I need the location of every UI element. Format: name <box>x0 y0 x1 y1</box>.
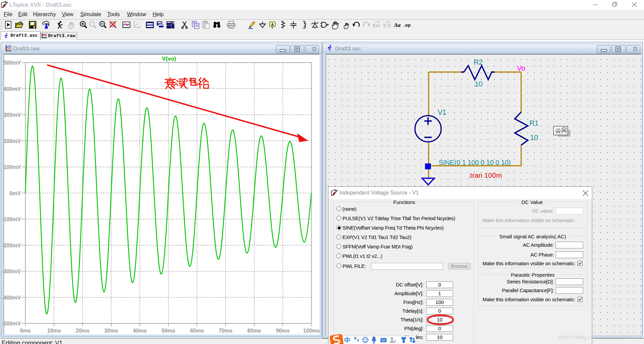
svg-text:-400mV: -400mV <box>2 295 21 301</box>
svg-text:Em: Em <box>373 23 380 28</box>
svg-text:90ms: 90ms <box>276 328 290 334</box>
svg-text:A: A <box>271 23 274 27</box>
svg-text:10ms: 10ms <box>47 328 61 334</box>
svg-text:.tran 100m: .tran 100m <box>468 171 502 179</box>
svg-text:-500mV: -500mV <box>2 321 21 326</box>
svg-text:400mV: 400mV <box>3 86 21 92</box>
svg-text:40ms: 40ms <box>133 328 147 334</box>
svg-text:Vo: Vo <box>517 64 525 72</box>
svg-text:500mV: 500mV <box>3 60 21 66</box>
svg-text:-300mV: -300mV <box>2 269 21 274</box>
svg-text:80ms: 80ms <box>247 328 261 334</box>
svg-text:70ms: 70ms <box>219 328 233 334</box>
svg-text:Aa: Aa <box>394 22 401 28</box>
svg-text:-100mV: -100mV <box>2 216 21 222</box>
svg-text:R2: R2 <box>474 58 483 66</box>
svg-text:V(vo): V(vo) <box>162 56 176 62</box>
svg-text:E: E <box>383 23 386 28</box>
svg-text:100ms: 100ms <box>303 328 320 334</box>
svg-text:0ms: 0ms <box>20 328 31 334</box>
svg-text:R1: R1 <box>529 119 538 127</box>
svg-text:300mV: 300mV <box>3 112 21 118</box>
svg-text:∋: ∋ <box>387 23 391 28</box>
svg-text:V1: V1 <box>438 108 446 116</box>
svg-text:10: 10 <box>475 80 483 88</box>
svg-text:50ms: 50ms <box>162 328 175 334</box>
svg-text:10: 10 <box>530 134 538 142</box>
svg-text:SINE(0 1 100 0 10 0 10): SINE(0 1 100 0 10 0 10) <box>439 159 511 166</box>
svg-text:0mV: 0mV <box>9 191 21 196</box>
svg-text:100mV: 100mV <box>3 164 21 170</box>
svg-text:.op: .op <box>404 23 411 28</box>
svg-text:-200mV: -200mV <box>2 243 21 248</box>
svg-text:60ms: 60ms <box>190 328 204 334</box>
svg-text:30ms: 30ms <box>104 328 118 334</box>
svg-text:200mV: 200mV <box>3 138 21 144</box>
svg-text:20ms: 20ms <box>76 328 89 334</box>
